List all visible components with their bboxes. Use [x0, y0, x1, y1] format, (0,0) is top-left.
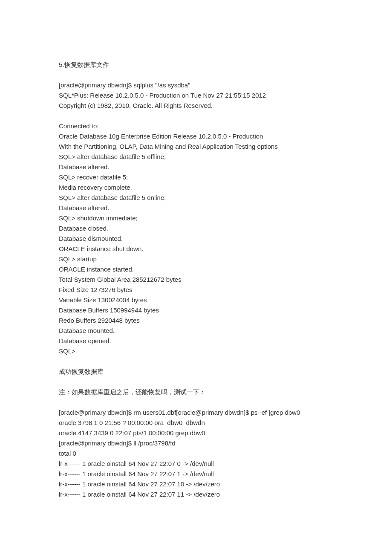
text-line: 成功恢复数据库	[59, 367, 333, 377]
code-line: SQL> recover datafile 5;	[59, 172, 333, 182]
code-line: [oracle@primary dbwdn]$ ll /proc/3798/fd	[59, 438, 333, 448]
code-line: oracle 4147 3439 0 22:07 pts/1 00:00:00 …	[59, 428, 333, 438]
code-line: Fixed Size 1273276 bytes	[59, 285, 333, 295]
code-line: lr-x------ 1 oracle oinstall 64 Nov 27 2…	[59, 489, 333, 500]
code-line: ORACLE instance shut down.	[59, 244, 333, 254]
code-line: lr-x------ 1 oracle oinstall 64 Nov 27 2…	[59, 459, 333, 469]
text-block-note: 注：如果数据库重启之后，还能恢复吗，测试一下：	[59, 387, 333, 397]
code-line: Database altered.	[59, 162, 333, 172]
code-line: SQL> startup	[59, 254, 333, 264]
code-line: Total System Global Area 285212672 bytes	[59, 275, 333, 285]
code-line: Media recovery complete.	[59, 182, 333, 193]
heading-text: 5.恢复数据库文件	[59, 61, 109, 68]
code-line: With the Partitioning, OLAP, Data Mining…	[59, 142, 333, 152]
code-line: Database Buffers 150994944 bytes	[59, 305, 333, 315]
code-line: [oracle@primary dbwdn]$ sqlplus "/as sys…	[59, 80, 333, 90]
code-line: Database opened.	[59, 336, 333, 346]
document-page: 5.恢复数据库文件 [oracle@primary dbwdn]$ sqlplu…	[0, 0, 392, 555]
section-heading: 5.恢复数据库文件	[59, 60, 333, 70]
code-line: total 0	[59, 448, 333, 459]
code-block-1: [oracle@primary dbwdn]$ sqlplus "/as sys…	[59, 80, 333, 111]
code-line: Database mounted.	[59, 326, 333, 336]
code-line: Redo Buffers 2920448 bytes	[59, 315, 333, 326]
code-line: lr-x------ 1 oracle oinstall 64 Nov 27 2…	[59, 479, 333, 489]
code-line: Variable Size 130024004 bytes	[59, 295, 333, 305]
code-line: Database dismounted.	[59, 234, 333, 244]
code-line: Oracle Database 10g Enterprise Edition R…	[59, 131, 333, 142]
code-line: lr-x------ 1 oracle oinstall 64 Nov 27 2…	[59, 469, 333, 479]
code-line: SQL> alter database datafile 5 offline;	[59, 152, 333, 162]
code-block-2: Connected to: Oracle Database 10g Enterp…	[59, 121, 333, 356]
code-block-3: [oracle@primary dbwdn]$ rm users01.dbf[o…	[59, 408, 333, 500]
code-line: SQL> alter database datafile 5 online;	[59, 193, 333, 203]
code-line: [oracle@primary dbwdn]$ rm users01.dbf[o…	[59, 408, 333, 418]
code-line: SQL> shutdown immediate;	[59, 213, 333, 223]
code-line: oracle 3798 1 0 21:56 ? 00:00:00 ora_dbw…	[59, 418, 333, 428]
code-line: Connected to:	[59, 121, 333, 131]
code-line: SQL*Plus: Release 10.2.0.5.0 - Productio…	[59, 90, 333, 101]
text-block-success: 成功恢复数据库	[59, 367, 333, 377]
code-line: SQL>	[59, 346, 333, 356]
code-line: Copyright (c) 1982, 2010, Oracle. All Ri…	[59, 101, 333, 111]
text-line: 注：如果数据库重启之后，还能恢复吗，测试一下：	[59, 387, 333, 397]
code-line: Database closed.	[59, 223, 333, 234]
code-line: ORACLE instance started.	[59, 264, 333, 275]
code-line: Database altered.	[59, 203, 333, 213]
